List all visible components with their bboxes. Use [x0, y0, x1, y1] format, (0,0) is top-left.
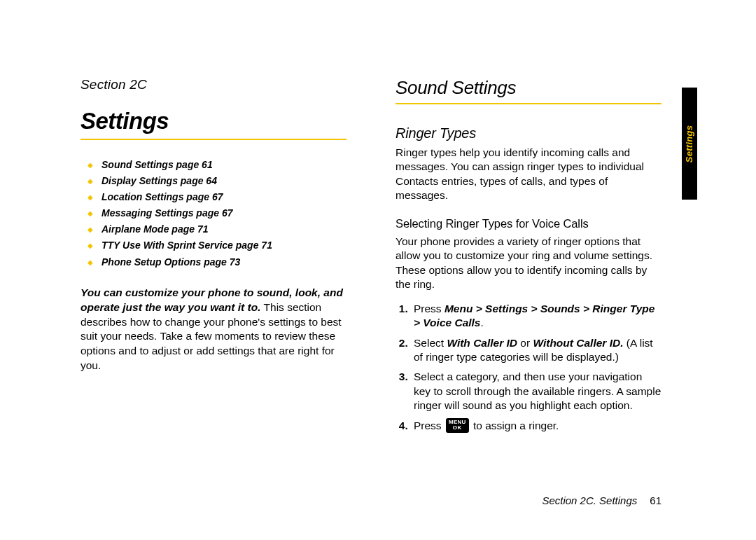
step1-path: Menu > Settings > Sounds > Ringer Type >… — [414, 303, 654, 328]
step1-c: . — [481, 317, 484, 328]
toc-item: Display Settings page 64 — [88, 173, 346, 189]
step-1: Press Menu > Settings > Sounds > Ringer … — [411, 302, 662, 331]
yellow-rule-right — [396, 103, 662, 104]
toc-item: TTY Use With Sprint Service page 71 — [88, 237, 346, 254]
step2-c: or — [517, 337, 533, 349]
footer-page-number: 61 — [650, 494, 662, 506]
step-2: Select With Caller ID or Without Caller … — [411, 336, 662, 365]
step-4: Press MENUOK to assign a ringer. — [411, 419, 662, 434]
page-title-right: Sound Settings — [396, 77, 662, 99]
right-column: Sound Settings Ringer Types Ringer types… — [396, 77, 662, 439]
page-title-left: Settings — [80, 108, 346, 134]
side-tab-label: Settings — [685, 125, 695, 162]
menu-ok-key-icon: MENUOK — [446, 418, 469, 433]
step4-b: to assign a ringer. — [470, 420, 559, 431]
step-3: Select a category, and then use your nav… — [411, 370, 662, 413]
toc-item: Phone Setup Options page 73 — [88, 254, 346, 270]
section-label: Section 2C — [80, 77, 346, 92]
step2-b: With Caller ID — [447, 337, 517, 349]
steps-list: Press Menu > Settings > Sounds > Ringer … — [396, 302, 662, 440]
toc-item: Airplane Mode page 71 — [88, 221, 346, 237]
side-tab: Settings — [682, 88, 697, 200]
toc-list: Sound Settings page 61 Display Settings … — [80, 157, 346, 270]
intro-paragraph: You can customize your phone to sound, l… — [80, 286, 346, 374]
toc-item: Sound Settings page 61 — [88, 157, 346, 173]
page-footer: Section 2C. Settings61 — [542, 494, 662, 506]
step2-d: Without Caller ID. — [533, 337, 623, 349]
para-ringer-options: Your phone provides a variety of ringer … — [396, 235, 662, 292]
toc-item: Messaging Settings page 67 — [88, 205, 346, 221]
h3-selecting-ringer: Selecting Ringer Types for Voice Calls — [396, 217, 662, 230]
footer-section: Section 2C. Settings — [542, 494, 637, 506]
step1-a: Press — [414, 303, 444, 314]
subheading-ringer-types: Ringer Types — [396, 125, 662, 141]
step2-a: Select — [414, 337, 447, 349]
yellow-rule-left — [80, 139, 346, 140]
para-ringer-types: Ringer types help you identify incoming … — [396, 146, 662, 203]
toc-item: Location Settings page 67 — [88, 189, 346, 205]
left-column: Section 2C Settings Sound Settings page … — [80, 77, 346, 439]
step4-a: Press — [414, 420, 444, 431]
